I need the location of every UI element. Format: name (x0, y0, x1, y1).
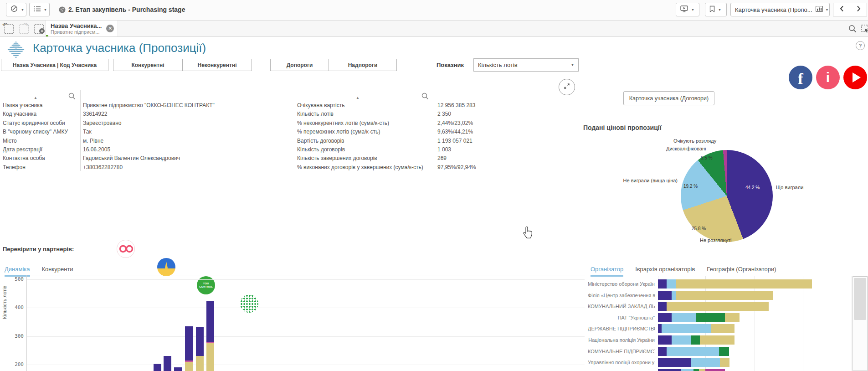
sort-asc-icon[interactable]: ▲ (356, 96, 360, 100)
dynamics-bar-segment[interactable] (185, 326, 193, 361)
previous-sheet-button[interactable] (833, 3, 850, 16)
organizer-bar-segment[interactable] (662, 324, 711, 333)
zoom-out-button[interactable] (559, 79, 575, 95)
undo-selection-button[interactable]: ↶ (4, 24, 14, 34)
organizer-bar-segment[interactable] (699, 369, 705, 371)
organizer-bar-segment[interactable] (658, 291, 672, 300)
organizer-bar-segment[interactable] (658, 358, 691, 367)
filter-noncompetitive-button[interactable]: Неконкурентні (182, 59, 252, 71)
table-row-label[interactable]: Статус юридичної особи (3, 120, 78, 126)
next-sheet-button[interactable] (850, 3, 867, 16)
organizer-bar-segment[interactable] (658, 313, 672, 322)
table-row-value[interactable]: 269 (437, 155, 587, 161)
organizer-bar[interactable] (658, 335, 734, 345)
organizer-bar-segment[interactable] (658, 347, 667, 356)
dynamics-bar-segment[interactable] (206, 301, 214, 341)
filter-below-threshold-button[interactable]: Допороги (270, 59, 329, 71)
pie-label-lost[interactable]: Не виграли (вища ціна) (616, 178, 678, 183)
ukraine-emblem-icon[interactable] (157, 258, 175, 276)
filter-participant-button[interactable]: Назва Учасника | Код Учасника (1, 59, 108, 71)
bookmarks-button[interactable]: ▼ (705, 3, 727, 16)
organizer-bar[interactable] (658, 291, 773, 300)
table-row-value[interactable]: 2 350 (437, 111, 587, 117)
contracts-card-button[interactable]: Карточка учасника (Договори) (623, 91, 714, 105)
organizer-bar-segment[interactable] (696, 313, 725, 322)
youtube-icon[interactable] (843, 66, 867, 89)
table-row-label[interactable]: Вартість договорів (297, 138, 432, 144)
table-row-value[interactable]: 1 193 057 021 (437, 138, 587, 144)
table-row-value[interactable]: Зареєстровано (83, 120, 289, 126)
table-row-value[interactable]: 12 956 385 283 (437, 102, 587, 108)
organizer-label[interactable]: Міністерство оборони Україн... (588, 281, 655, 287)
table-row-label[interactable]: Дата реєстрації (3, 146, 78, 153)
organizer-label[interactable]: Управління поліції охорони у ... (588, 360, 655, 365)
organizer-bar[interactable] (658, 313, 740, 322)
remove-selection-icon[interactable]: ✕ (106, 25, 114, 32)
organizer-bar-segment[interactable] (672, 291, 676, 300)
organizer-label[interactable]: КОМУНАЛЬНИЙ ЗАКЛАД ЛЬ... (588, 304, 655, 309)
table-row-label[interactable]: % переможних лотів (сума/к-сть) (297, 129, 432, 135)
dynamics-bar-segment[interactable] (154, 364, 161, 371)
organizer-bar-segment[interactable] (658, 369, 681, 371)
dynamics-bar-segment[interactable] (206, 343, 214, 371)
table-row-value[interactable]: 97,95%/92,94% (437, 164, 587, 170)
organizer-bar-segment[interactable] (700, 335, 734, 345)
pie-label-pending[interactable]: Очікують розгляду (673, 138, 716, 144)
organizer-bar[interactable] (658, 279, 812, 289)
table-row-value[interactable]: м. Рівне (83, 138, 289, 144)
organizer-bar-segment[interactable] (676, 279, 812, 289)
organizer-bar-segment[interactable] (667, 279, 676, 289)
organizer-bar-segment[interactable] (676, 291, 773, 300)
sort-asc-icon[interactable]: ▲ (34, 96, 37, 100)
sheet-selector-button[interactable]: Карточка учасника (Пропо... ▼ (730, 3, 830, 16)
indicator-dropdown[interactable]: Кількість лотів ▼ (473, 58, 579, 72)
tab-organizers-item[interactable]: Географія (Організатори) (707, 266, 776, 275)
table-row-label[interactable]: Код учасника (3, 111, 78, 117)
organizer-bar-segment[interactable] (705, 369, 725, 371)
search-icon[interactable] (68, 93, 76, 102)
organizer-bar-segment[interactable] (691, 358, 720, 367)
organizer-label[interactable]: Національна поліція України (588, 337, 655, 343)
tab-dynamics-item[interactable]: Конкуренти (42, 266, 73, 275)
pie-label-disqualified[interactable]: Дискваліфіковані (666, 146, 706, 151)
organizer-bar[interactable] (658, 358, 729, 367)
table-row-label[interactable]: Телефон (3, 164, 78, 170)
pie-label-won[interactable]: Що виграли (776, 185, 803, 190)
organizer-bar-segment[interactable] (667, 302, 769, 311)
smart-search-icon[interactable] (848, 25, 857, 35)
table-row-value[interactable]: 9,63%/44,21% (437, 129, 587, 135)
table-row-label[interactable]: Кількість завершених договорів (297, 155, 432, 161)
organizer-bar-segment[interactable] (658, 279, 667, 289)
storytelling-button[interactable]: ▼ (676, 3, 699, 16)
organizer-label[interactable]: Філія «Центр забезпечення ви... (588, 293, 655, 298)
instagram-info-icon[interactable]: i (816, 66, 840, 89)
dynamics-bar-segment[interactable] (185, 362, 193, 371)
youcontrol-icon[interactable]: YOU CONTROL (197, 276, 215, 294)
filter-above-threshold-button[interactable]: Надпороги (329, 59, 397, 71)
organizer-bar-segment[interactable] (658, 324, 662, 333)
organizer-bar-segment[interactable] (720, 358, 729, 367)
clarity-project-icon[interactable] (117, 240, 135, 258)
organizer-bar-segment[interactable] (691, 335, 700, 345)
table-row-label[interactable]: Очікувана вартість (297, 102, 432, 108)
selection-chip[interactable]: Назва Учасника... Приватне підприєм... ✕ (46, 21, 118, 36)
table-row-label[interactable]: Місто (3, 138, 78, 144)
table-row-label[interactable]: В "чорному списку" АМКУ (3, 129, 78, 135)
scrollbar-thumb[interactable] (854, 278, 866, 320)
redo-selection-button[interactable]: ↷ (19, 24, 29, 34)
filter-competitive-button[interactable]: Конкурентні (113, 59, 183, 71)
table-row-value[interactable]: Приватне підприємство "ОККО-БІЗНЕС КОНТР… (83, 102, 289, 108)
organizer-bar-segment[interactable] (693, 369, 699, 371)
table-row-value[interactable]: 33614922 (83, 111, 289, 117)
selections-tool-icon[interactable] (861, 25, 868, 35)
tab-organizers-item[interactable]: Ієрархія організаторів (635, 266, 695, 275)
table-row-value[interactable]: 1 003 (437, 146, 587, 153)
clear-selections-button[interactable]: ✕ (34, 24, 44, 34)
organizer-label[interactable]: ПАТ "Укрпошта" (588, 315, 655, 320)
dynamics-bar-segment[interactable] (164, 356, 171, 371)
organizers-scrollbar[interactable] (853, 276, 868, 371)
organizer-bar[interactable] (658, 347, 729, 356)
organizer-bar-segment[interactable] (672, 335, 691, 345)
table-row-value[interactable]: 2,44%/23,02% (437, 120, 587, 126)
search-icon[interactable] (421, 93, 429, 102)
